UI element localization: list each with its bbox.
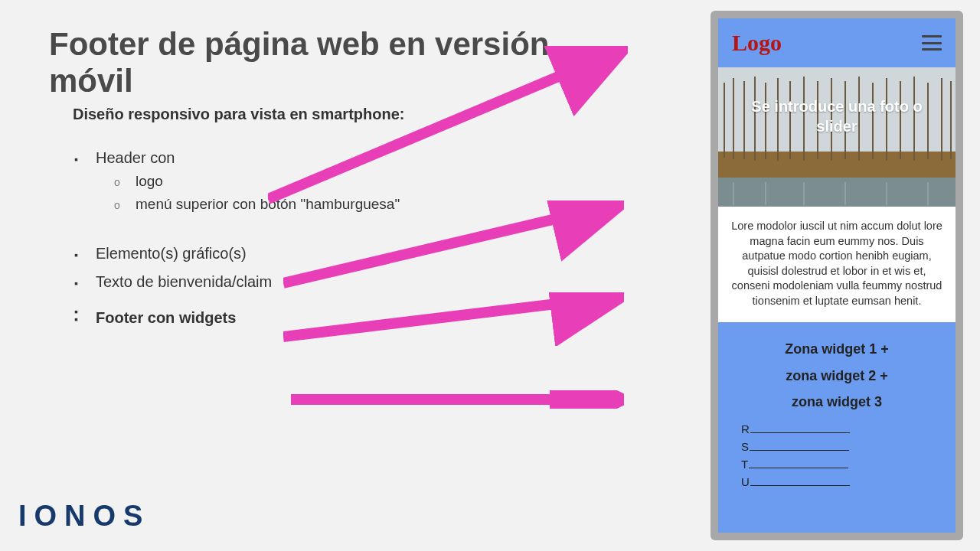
phone-hero: Se introduce una foto o slider [718, 67, 956, 207]
subheading: Diseño responsivo para vista en smartpho… [73, 106, 404, 123]
widget-line-1: Zona widget 1 + [741, 336, 933, 362]
svg-rect-10 [718, 178, 956, 207]
bullet-text: Header con [96, 149, 175, 166]
bullet-graphics: Elemento(s) gráfico(s) [73, 245, 400, 262]
phone-logo: Logo [732, 30, 782, 56]
link-letter: R [741, 422, 750, 435]
footer-link-t[interactable]: T [741, 458, 933, 471]
link-letter: S [741, 440, 749, 453]
sub-item-logo: logo [114, 173, 400, 190]
phone-footer: Zona widget 1 + zona widget 2 + zona wid… [718, 322, 956, 533]
phone-screen: Logo [718, 18, 956, 533]
phone-welcome-text: Lore modolor iuscil ut nim accum dolut l… [718, 207, 956, 322]
bullet-header: Header con logo menú superior con botón … [73, 149, 400, 234]
link-letter: T [741, 458, 748, 471]
brand-logo: IONOS [18, 500, 150, 533]
phone-header: Logo [718, 18, 956, 67]
bullet-welcome: Texto de bienvenida/claim [73, 273, 400, 291]
phone-mock: Logo [710, 11, 963, 540]
svg-rect-9 [718, 152, 956, 178]
widget-line-2: zona widget 2 + [741, 363, 933, 389]
link-letter: U [741, 475, 750, 488]
widget-line-3: zona widget 3 [741, 389, 933, 415]
footer-link-s[interactable]: S [741, 440, 933, 453]
sub-item-menu: menú superior con botón "hamburguesa" [114, 196, 400, 213]
hamburger-icon[interactable] [922, 35, 942, 51]
footer-link-u[interactable]: U [741, 475, 933, 488]
arrow-icon [291, 390, 624, 409]
footer-links: R S T U [741, 422, 933, 488]
sub-list: logo menú superior con botón "hamburgues… [114, 173, 400, 213]
bullet-footer: Footer con widgets [73, 309, 400, 327]
hero-caption: Se introduce una foto o slider [718, 96, 956, 136]
bullet-list: Header con logo menú superior con botón … [73, 149, 400, 337]
hero-image-icon [718, 67, 956, 207]
page-title: Footer de página web en versión móvil [49, 26, 570, 100]
footer-link-r[interactable]: R [741, 422, 933, 435]
spacer [73, 302, 400, 309]
slide: Footer de página web en versión móvil Di… [0, 0, 980, 551]
